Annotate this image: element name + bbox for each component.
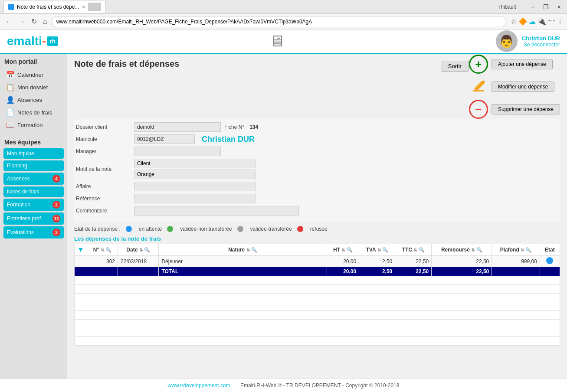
logout-link[interactable]: Se déconnecter	[524, 42, 560, 48]
th-plafond-sort[interactable]: ⇅	[521, 248, 524, 252]
sortir-button[interactable]: Sortir	[441, 61, 469, 72]
address-bar[interactable]	[52, 16, 506, 27]
new-tab-area	[88, 3, 101, 11]
user-avatar: 👨	[496, 30, 518, 52]
ext-icon-3[interactable]: 🔌	[538, 17, 546, 26]
sidebar-label-absences: Absences	[17, 97, 42, 103]
th-nature-label: Nature	[228, 247, 245, 253]
team-btn-planning[interactable]: Planning	[3, 160, 64, 171]
row-tva: 2,50	[359, 256, 395, 267]
th-plafond-label: Plafond	[500, 247, 519, 253]
th-tva-sort[interactable]: ⇅	[377, 248, 381, 252]
th-rembourse-sort[interactable]: ⇅	[471, 248, 475, 252]
bookmark-icon[interactable]: ☆	[511, 17, 517, 26]
th-num: N° ⇅ 🔍	[87, 244, 118, 256]
th-date-sort[interactable]: ⇅	[139, 248, 143, 252]
user-matricule-name: Christian DUR	[202, 135, 255, 144]
th-tva-search[interactable]: 🔍	[382, 247, 388, 252]
form-row-dossier: Dossier client Fiche N° 134	[74, 122, 560, 132]
restore-button[interactable]: ❐	[541, 3, 551, 10]
team-btn-entretiens[interactable]: Entretiens prof. 14	[3, 212, 64, 225]
arrow-down-icon[interactable]: ▼	[77, 246, 84, 253]
sidebar-label-notes: Notes de frais	[17, 109, 52, 116]
sidebar-item-mon-dossier[interactable]: 📋 Mon dossier	[3, 81, 64, 94]
th-plafond-search[interactable]: 🔍	[525, 247, 531, 252]
row-arrow	[75, 256, 87, 267]
delete-circle-icon[interactable]: −	[469, 100, 488, 119]
app-container: emalti - rh 🖥 👨 Christian DUR Se déconne…	[0, 29, 567, 392]
reload-button[interactable]: ↻	[29, 16, 39, 26]
th-num-sort[interactable]: ⇅	[101, 248, 104, 252]
th-num-search[interactable]: 🔍	[105, 247, 111, 252]
team-btn-formation[interactable]: Formation 2	[3, 199, 64, 211]
forward-button[interactable]: →	[16, 17, 27, 26]
footer-link[interactable]: www.trdeveloppement.com	[168, 382, 230, 389]
delete-depense-button[interactable]: Supprimer une dépense	[492, 104, 560, 114]
th-date-search[interactable]: 🔍	[144, 247, 150, 252]
sidebar-item-calendrier[interactable]: 📅 Calendrier	[3, 69, 64, 81]
sidebar-item-notes-de-frais[interactable]: 📄 Notes de frais	[3, 106, 64, 119]
tab-close-button[interactable]: ×	[82, 3, 85, 10]
close-button[interactable]: ×	[555, 3, 564, 10]
th-ht-sort[interactable]: ⇅	[341, 248, 345, 252]
formation-badge: 2	[52, 201, 60, 209]
logo-dash: -	[42, 34, 46, 48]
ext-icon-4[interactable]: 〰	[548, 17, 555, 26]
th-nature-search[interactable]: 🔍	[251, 247, 257, 252]
sidebar-label-formation: Formation	[17, 122, 43, 128]
empty-row-4	[75, 302, 560, 311]
th-date: Date ⇅ 🔍	[118, 244, 159, 256]
th-ttc-search[interactable]: 🔍	[419, 247, 425, 252]
reference-label: Référence	[74, 196, 131, 202]
th-nature-sort[interactable]: ⇅	[246, 248, 250, 252]
table-row[interactable]: 302 22/03/2018 Déjeuner 20,00 2,50 22,50…	[75, 256, 560, 267]
ext-icon-2[interactable]: ☁	[529, 17, 536, 26]
browser-tab[interactable]: Note de frais et ses dépe... ×	[3, 1, 106, 13]
back-button[interactable]: ←	[3, 17, 14, 26]
absences-icon: 👤	[6, 96, 15, 104]
user-info: Christian DUR Se déconnecter	[522, 35, 560, 48]
edit-icon[interactable]	[469, 77, 488, 96]
th-num-label: N°	[93, 247, 99, 253]
th-plafond: Plafond ⇅ 🔍	[492, 244, 540, 256]
total-row: TOTAL 20,00 2,50 22,50 22,50	[75, 267, 560, 276]
footer-copyright: Emalti-RH-Web ® - TR DEVELOPPEMENT - Cop…	[240, 382, 399, 389]
menu-button[interactable]: ⋮	[557, 17, 564, 26]
motif-input-1[interactable]	[134, 159, 256, 168]
th-ttc-sort[interactable]: ⇅	[413, 248, 417, 252]
entretiens-badge: 14	[52, 215, 60, 222]
matricule-input[interactable]	[134, 134, 195, 144]
commentaire-input[interactable]	[134, 206, 299, 216]
sidebar: Mon portail 📅 Calendrier 📋 Mon dossier 👤…	[0, 54, 67, 379]
sidebar-item-formation[interactable]: 📖 Formation	[3, 119, 64, 131]
app-header: emalti - rh 🖥 👨 Christian DUR Se déconne…	[0, 29, 567, 54]
row-ht: 20,00	[327, 256, 359, 267]
reference-input[interactable]	[134, 194, 256, 203]
form-row-affaire: Affaire	[74, 182, 560, 191]
affaire-input[interactable]	[134, 182, 256, 191]
motif-input-2[interactable]	[134, 170, 256, 179]
minimize-button[interactable]: −	[528, 3, 537, 10]
sidebar-item-absences[interactable]: 👤 Absences	[3, 94, 64, 106]
dossier-input[interactable]	[134, 122, 221, 132]
total-ht: 20,00	[327, 267, 359, 276]
row-etat	[540, 256, 560, 267]
header-user: 👨 Christian DUR Se déconnecter	[496, 30, 560, 52]
manager-input[interactable]	[134, 147, 221, 156]
team-btn-mon-equipe[interactable]: Mon équipe	[3, 148, 64, 159]
tab-title: Note de frais et ses dépe...	[17, 4, 79, 10]
th-etat: Etat	[540, 244, 560, 256]
add-depense-button[interactable]: Ajouter une dépense	[492, 59, 553, 69]
th-ht-search[interactable]: 🔍	[347, 247, 353, 252]
home-button[interactable]: ⌂	[41, 17, 49, 26]
ext-icon-1[interactable]: 🔶	[518, 17, 527, 26]
add-circle-icon[interactable]: +	[469, 55, 488, 74]
formation-icon: 📖	[6, 121, 15, 129]
team-btn-absences[interactable]: Absences 4	[3, 173, 64, 185]
team-btn-evaluations[interactable]: Evaluations 3	[3, 226, 64, 238]
th-rembourse-search[interactable]: 🔍	[476, 247, 482, 252]
main-layout: Mon portail 📅 Calendrier 📋 Mon dossier 👤…	[0, 54, 567, 379]
total-etat-empty	[540, 267, 560, 276]
team-btn-notes-frais[interactable]: Notes de frais	[3, 186, 64, 197]
edit-depense-button[interactable]: Modifier une dépense	[492, 82, 554, 92]
